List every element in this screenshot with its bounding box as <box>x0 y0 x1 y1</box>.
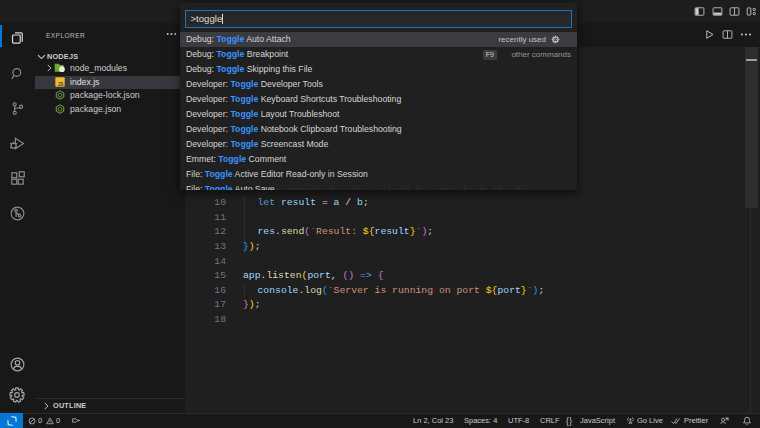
svg-text:JS: JS <box>58 82 64 87</box>
